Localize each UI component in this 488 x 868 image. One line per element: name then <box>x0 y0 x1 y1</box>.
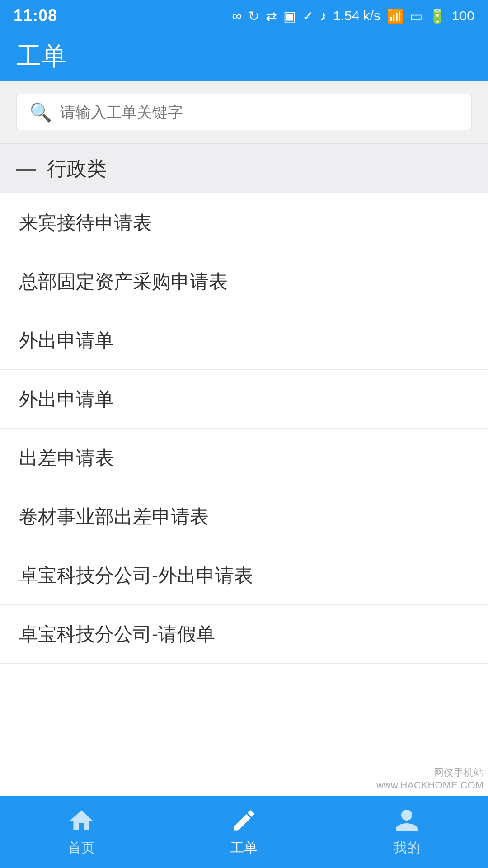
infinity-icon: ∞ <box>232 8 241 24</box>
list-item[interactable]: 来宾接待申请表 <box>0 193 488 252</box>
nav-item-home[interactable]: 首页 <box>0 807 163 857</box>
battery-level: 100 <box>452 8 474 24</box>
workorder-icon <box>230 807 258 834</box>
list-item-text: 卓宝科技分公司-外出申请表 <box>19 563 253 588</box>
list-item[interactable]: 外出申请单 <box>0 311 488 370</box>
usb-icon: ⇄ <box>266 8 277 24</box>
person-icon: ♪ <box>320 8 327 24</box>
list-item[interactable]: 卓宝科技分公司-外出申请表 <box>0 546 488 605</box>
home-icon <box>68 807 95 834</box>
list-item[interactable]: 卷材事业部出差申请表 <box>0 487 488 546</box>
category-header: — 行政类 <box>0 144 488 193</box>
nav-item-profile[interactable]: 我的 <box>325 807 488 857</box>
profile-icon <box>393 807 420 834</box>
list-item-text: 总部固定资产采购申请表 <box>19 269 228 294</box>
list-item-text: 外出申请单 <box>19 387 114 412</box>
image-icon: ▣ <box>283 8 296 24</box>
workorder-label: 工单 <box>230 839 258 857</box>
sync-icon: ↻ <box>248 8 259 24</box>
bottom-nav: 首页 工单 我的 <box>0 796 488 868</box>
wifi-icon: 📶 <box>387 8 404 24</box>
signal-icon: ▭ <box>410 8 422 24</box>
status-bar: 11:08 ∞ ↻ ⇄ ▣ ✓ ♪ 1.54 k/s 📶 ▭ 🔋 100 <box>0 0 488 32</box>
category-title: 行政类 <box>47 156 107 182</box>
list-container: 来宾接待申请表总部固定资产采购申请表外出申请单外出申请单出差申请表卷材事业部出差… <box>0 193 488 664</box>
list-item[interactable]: 总部固定资产采购申请表 <box>0 252 488 311</box>
page-title: 工单 <box>16 39 67 74</box>
list-item-text: 卓宝科技分公司-请假单 <box>19 622 215 647</box>
network-speed: 1.54 k/s <box>333 8 380 24</box>
home-label: 首页 <box>68 839 95 857</box>
list-item-text: 出差申请表 <box>19 445 114 471</box>
watermark: 网侠手机站 www.HACKHOME.COM <box>376 766 483 791</box>
list-item[interactable]: 外出申请单 <box>0 370 488 429</box>
collapse-icon[interactable]: — <box>16 157 36 180</box>
list-item-text: 来宾接待申请表 <box>19 210 152 236</box>
search-input[interactable] <box>60 104 459 121</box>
list-item[interactable]: 卓宝科技分公司-请假单 <box>0 605 488 664</box>
list-item-text: 外出申请单 <box>19 328 114 353</box>
search-box[interactable]: 🔍 <box>16 94 472 130</box>
list-item-text: 卷材事业部出差申请表 <box>19 504 209 529</box>
status-right: ∞ ↻ ⇄ ▣ ✓ ♪ 1.54 k/s 📶 ▭ 🔋 100 <box>232 8 474 24</box>
list-item[interactable]: 出差申请表 <box>0 429 488 487</box>
search-icon: 🔍 <box>29 102 52 123</box>
app-header: 工单 <box>0 32 488 81</box>
check-icon: ✓ <box>302 8 314 24</box>
search-container: 🔍 <box>0 81 488 143</box>
profile-label: 我的 <box>393 839 420 857</box>
battery-icon: 🔋 <box>429 8 446 24</box>
nav-item-workorder[interactable]: 工单 <box>163 807 325 857</box>
status-time: 11:08 <box>14 6 57 25</box>
